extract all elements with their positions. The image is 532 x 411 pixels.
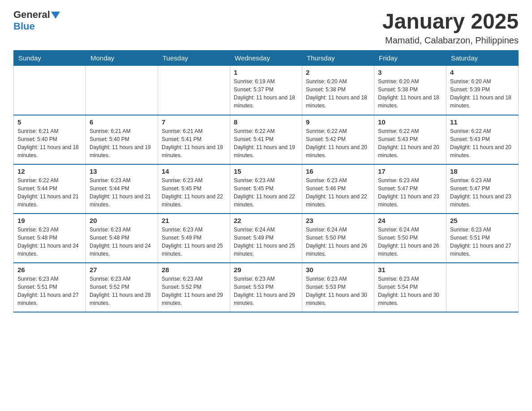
day-info: Sunrise: 6:23 AMSunset: 5:47 PMDaylight:… [378, 176, 442, 209]
calendar-cell [14, 66, 86, 115]
calendar-cell: 11Sunrise: 6:22 AMSunset: 5:43 PMDayligh… [446, 115, 519, 164]
location-subtitle: Mamatid, Calabarzon, Philippines [382, 35, 519, 46]
logo: General Blue [13, 9, 60, 32]
calendar-cell: 15Sunrise: 6:23 AMSunset: 5:45 PMDayligh… [230, 164, 302, 214]
calendar-cell: 3Sunrise: 6:20 AMSunset: 5:38 PMDaylight… [374, 66, 446, 115]
calendar-cell: 4Sunrise: 6:20 AMSunset: 5:39 PMDaylight… [446, 66, 519, 115]
day-info: Sunrise: 6:22 AMSunset: 5:43 PMDaylight:… [378, 127, 442, 159]
calendar-cell: 9Sunrise: 6:22 AMSunset: 5:42 PMDaylight… [302, 115, 374, 164]
calendar-cell: 26Sunrise: 6:23 AMSunset: 5:51 PMDayligh… [14, 263, 86, 312]
day-number: 8 [234, 118, 298, 126]
calendar-week-row: 12Sunrise: 6:22 AMSunset: 5:44 PMDayligh… [14, 164, 519, 214]
day-number: 30 [306, 266, 370, 274]
calendar-cell [158, 66, 230, 115]
day-number: 24 [378, 217, 442, 224]
calendar-cell: 13Sunrise: 6:23 AMSunset: 5:44 PMDayligh… [86, 164, 158, 214]
day-info: Sunrise: 6:21 AMSunset: 5:41 PMDaylight:… [162, 127, 226, 159]
day-of-week-header: Saturday [446, 51, 519, 66]
calendar-cell: 19Sunrise: 6:23 AMSunset: 5:48 PMDayligh… [14, 214, 86, 263]
day-number: 26 [17, 266, 82, 274]
day-number: 15 [234, 167, 298, 175]
day-number: 29 [234, 266, 298, 274]
day-of-week-header: Sunday [14, 51, 86, 66]
logo-blue: Blue [13, 21, 35, 32]
day-number: 28 [162, 266, 226, 274]
day-info: Sunrise: 6:24 AMSunset: 5:49 PMDaylight:… [234, 226, 298, 258]
calendar-week-row: 26Sunrise: 6:23 AMSunset: 5:51 PMDayligh… [14, 263, 519, 312]
calendar-week-row: 19Sunrise: 6:23 AMSunset: 5:48 PMDayligh… [14, 214, 519, 263]
calendar-cell: 27Sunrise: 6:23 AMSunset: 5:52 PMDayligh… [86, 263, 158, 312]
day-info: Sunrise: 6:23 AMSunset: 5:53 PMDaylight:… [306, 275, 370, 307]
day-info: Sunrise: 6:24 AMSunset: 5:50 PMDaylight:… [378, 226, 442, 258]
title-block: January 2025 Mamatid, Calabarzon, Philip… [382, 9, 519, 46]
day-of-week-header: Monday [86, 51, 158, 66]
day-info: Sunrise: 6:22 AMSunset: 5:44 PMDaylight:… [17, 176, 82, 209]
day-info: Sunrise: 6:23 AMSunset: 5:45 PMDaylight:… [234, 176, 298, 209]
calendar-cell: 25Sunrise: 6:23 AMSunset: 5:51 PMDayligh… [446, 214, 519, 263]
calendar-cell: 7Sunrise: 6:21 AMSunset: 5:41 PMDaylight… [158, 115, 230, 164]
calendar-cell: 12Sunrise: 6:22 AMSunset: 5:44 PMDayligh… [14, 164, 86, 214]
calendar-cell: 5Sunrise: 6:21 AMSunset: 5:40 PMDaylight… [14, 115, 86, 164]
day-of-week-header: Thursday [302, 51, 374, 66]
calendar-cell: 20Sunrise: 6:23 AMSunset: 5:48 PMDayligh… [86, 214, 158, 263]
day-info: Sunrise: 6:21 AMSunset: 5:40 PMDaylight:… [17, 127, 82, 159]
day-of-week-header: Wednesday [230, 51, 302, 66]
calendar-cell: 17Sunrise: 6:23 AMSunset: 5:47 PMDayligh… [374, 164, 446, 214]
day-info: Sunrise: 6:20 AMSunset: 5:38 PMDaylight:… [306, 77, 370, 110]
calendar-cell: 30Sunrise: 6:23 AMSunset: 5:53 PMDayligh… [302, 263, 374, 312]
calendar-table: SundayMondayTuesdayWednesdayThursdayFrid… [13, 50, 519, 313]
day-number: 20 [90, 217, 154, 224]
calendar-cell: 2Sunrise: 6:20 AMSunset: 5:38 PMDaylight… [302, 66, 374, 115]
calendar-cell: 28Sunrise: 6:23 AMSunset: 5:52 PMDayligh… [158, 263, 230, 312]
calendar-cell: 22Sunrise: 6:24 AMSunset: 5:49 PMDayligh… [230, 214, 302, 263]
calendar-cell: 21Sunrise: 6:23 AMSunset: 5:49 PMDayligh… [158, 214, 230, 263]
day-number: 11 [450, 118, 515, 126]
day-info: Sunrise: 6:21 AMSunset: 5:40 PMDaylight:… [90, 127, 154, 159]
calendar-cell [86, 66, 158, 115]
calendar-cell: 24Sunrise: 6:24 AMSunset: 5:50 PMDayligh… [374, 214, 446, 263]
day-number: 21 [162, 217, 226, 224]
day-info: Sunrise: 6:23 AMSunset: 5:49 PMDaylight:… [162, 226, 226, 258]
logo-triangle-icon [51, 12, 60, 19]
day-number: 12 [17, 167, 82, 175]
day-number: 14 [162, 167, 226, 175]
calendar-week-row: 5Sunrise: 6:21 AMSunset: 5:40 PMDaylight… [14, 115, 519, 164]
day-number: 6 [90, 118, 154, 126]
day-number: 9 [306, 118, 370, 126]
calendar-week-row: 1Sunrise: 6:19 AMSunset: 5:37 PMDaylight… [14, 66, 519, 115]
day-number: 13 [90, 167, 154, 175]
calendar-cell: 8Sunrise: 6:22 AMSunset: 5:41 PMDaylight… [230, 115, 302, 164]
day-info: Sunrise: 6:23 AMSunset: 5:51 PMDaylight:… [17, 275, 82, 307]
day-info: Sunrise: 6:20 AMSunset: 5:38 PMDaylight:… [378, 77, 442, 110]
day-info: Sunrise: 6:23 AMSunset: 5:53 PMDaylight:… [234, 275, 298, 307]
calendar-cell: 23Sunrise: 6:24 AMSunset: 5:50 PMDayligh… [302, 214, 374, 263]
calendar-cell: 1Sunrise: 6:19 AMSunset: 5:37 PMDaylight… [230, 66, 302, 115]
day-info: Sunrise: 6:23 AMSunset: 5:54 PMDaylight:… [378, 275, 442, 307]
day-number: 16 [306, 167, 370, 175]
day-number: 25 [450, 217, 515, 224]
day-number: 23 [306, 217, 370, 224]
day-info: Sunrise: 6:20 AMSunset: 5:39 PMDaylight:… [450, 77, 515, 110]
day-info: Sunrise: 6:23 AMSunset: 5:52 PMDaylight:… [162, 275, 226, 307]
day-info: Sunrise: 6:23 AMSunset: 5:51 PMDaylight:… [450, 226, 515, 258]
day-info: Sunrise: 6:23 AMSunset: 5:44 PMDaylight:… [90, 176, 154, 209]
day-info: Sunrise: 6:23 AMSunset: 5:46 PMDaylight:… [306, 176, 370, 209]
day-info: Sunrise: 6:23 AMSunset: 5:47 PMDaylight:… [450, 176, 515, 209]
calendar-cell: 6Sunrise: 6:21 AMSunset: 5:40 PMDaylight… [86, 115, 158, 164]
calendar-cell: 31Sunrise: 6:23 AMSunset: 5:54 PMDayligh… [374, 263, 446, 312]
month-title: January 2025 [382, 9, 519, 34]
day-info: Sunrise: 6:22 AMSunset: 5:43 PMDaylight:… [450, 127, 515, 159]
page-header: General Blue January 2025 Mamatid, Calab… [13, 9, 519, 46]
day-number: 10 [378, 118, 442, 126]
day-info: Sunrise: 6:19 AMSunset: 5:37 PMDaylight:… [234, 77, 298, 110]
day-number: 2 [306, 68, 370, 76]
day-number: 19 [17, 217, 82, 224]
day-info: Sunrise: 6:23 AMSunset: 5:52 PMDaylight:… [90, 275, 154, 307]
day-info: Sunrise: 6:23 AMSunset: 5:45 PMDaylight:… [162, 176, 226, 209]
day-number: 18 [450, 167, 515, 175]
logo-general: General [13, 9, 50, 21]
day-of-week-header: Tuesday [158, 51, 230, 66]
day-info: Sunrise: 6:23 AMSunset: 5:48 PMDaylight:… [90, 226, 154, 258]
calendar-cell: 29Sunrise: 6:23 AMSunset: 5:53 PMDayligh… [230, 263, 302, 312]
day-number: 27 [90, 266, 154, 274]
